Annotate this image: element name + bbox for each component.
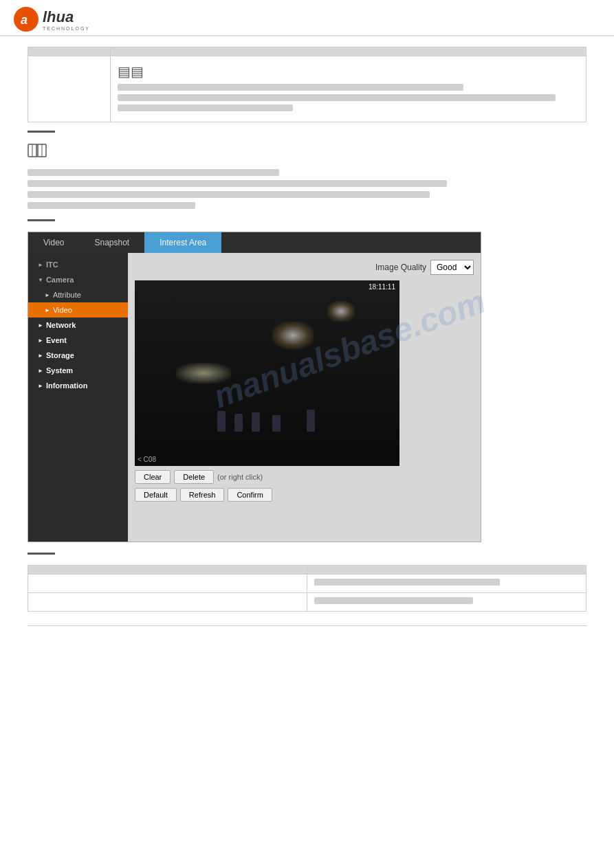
triangle-icon: ► <box>38 368 43 374</box>
table-row <box>28 575 586 593</box>
sidebar-item-label: Event <box>46 336 67 344</box>
bottom-table-col1-header <box>28 566 307 575</box>
triangle-icon: ► <box>38 383 43 389</box>
headlight-glow <box>176 363 231 383</box>
sidebar-item-label: Camera <box>46 276 74 284</box>
clear-button[interactable]: Clear <box>135 470 171 484</box>
page-body: ▤▤ <box>0 36 614 639</box>
scene-light-2 <box>327 301 355 322</box>
tab-snapshot[interactable]: Snapshot <box>79 232 144 253</box>
scene-background <box>135 280 399 466</box>
tab-interest-area[interactable]: Interest Area <box>144 232 221 253</box>
button-row-2: Default Refresh Confirm <box>135 488 474 502</box>
delete-button[interactable]: Delete <box>174 470 214 484</box>
video-label: < C08 <box>138 456 156 463</box>
bottom-table-col2-header <box>307 566 586 575</box>
scene-person-4 <box>272 415 281 432</box>
tabs-bar: Video Snapshot Interest Area <box>28 232 481 253</box>
sidebar-item-label: ITC <box>46 260 58 269</box>
logo: a lhua TECHNOLOGY <box>14 7 90 32</box>
confirm-button[interactable]: Confirm <box>228 488 272 502</box>
table-cell-col1 <box>28 56 111 122</box>
or-right-click-text: (or right click) <box>217 473 263 481</box>
table-col1-header <box>28 47 111 56</box>
bottom-table-cell-col2-2 <box>307 593 586 612</box>
image-quality-row: Image Quality Good Better Best <box>135 260 474 275</box>
image-quality-label: Image Quality <box>375 263 426 272</box>
sidebar-item-information[interactable]: ► Information <box>28 378 128 393</box>
button-row-1: Clear Delete (or right click) <box>135 470 474 484</box>
image-quality-select[interactable]: Good Better Best <box>430 260 474 275</box>
triangle-icon: ▼ <box>38 277 43 283</box>
sidebar-item-system[interactable]: ► System <box>28 363 128 378</box>
sidebar: ► ITC ▼ Camera ► Attribute ► Video <box>28 253 128 542</box>
table-col2-header <box>111 47 586 56</box>
section-divider <box>28 131 55 133</box>
sidebar-item-storage[interactable]: ► Storage <box>28 348 128 363</box>
arrow-right-icon: ► <box>45 292 50 298</box>
bottom-table-cell-col2-1 <box>307 575 586 593</box>
ui-body: ► ITC ▼ Camera ► Attribute ► Video <box>28 253 481 542</box>
triangle-icon: ► <box>38 322 43 329</box>
svg-text:a: a <box>21 13 28 27</box>
sidebar-item-label: Storage <box>46 351 74 359</box>
video-timestamp: 18:11:11 <box>369 283 395 291</box>
text-line <box>118 94 556 101</box>
default-button[interactable]: Default <box>135 488 177 502</box>
logo-name: lhua <box>43 8 74 25</box>
triangle-icon: ► <box>38 262 43 268</box>
table-row: ▤▤ <box>28 56 586 122</box>
text-line <box>118 84 463 91</box>
bottom-info-table <box>28 565 586 612</box>
table-row <box>28 593 586 612</box>
sidebar-item-label: Video <box>53 306 72 314</box>
scene-person-2 <box>234 414 243 432</box>
scene-light-1 <box>272 322 314 349</box>
text-line <box>28 191 430 198</box>
note-icon-lg <box>28 143 586 164</box>
sidebar-item-video[interactable]: ► Video <box>28 302 128 318</box>
video-preview: 18:11:11 < C08 <box>135 280 399 466</box>
scene-person-1 <box>217 411 226 432</box>
bottom-table-cell-col1-1 <box>28 575 307 593</box>
arrow-right-icon: ► <box>45 307 50 313</box>
text-line <box>314 579 500 586</box>
top-info-table: ▤▤ <box>28 47 586 122</box>
page-footer <box>28 625 586 629</box>
sidebar-item-label: Network <box>46 321 76 329</box>
bottom-table-cell-col1-2 <box>28 593 307 612</box>
triangle-icon: ► <box>38 353 43 359</box>
table-cell-col2: ▤▤ <box>111 56 586 122</box>
sidebar-item-event[interactable]: ► Event <box>28 333 128 348</box>
text-line <box>314 597 473 604</box>
sidebar-item-label: Information <box>46 381 88 390</box>
sidebar-item-network[interactable]: ► Network <box>28 318 128 333</box>
text-line <box>28 180 447 187</box>
section-divider-2 <box>28 219 55 221</box>
sidebar-item-label: Attribute <box>53 291 81 299</box>
note-section-top <box>28 143 586 209</box>
sidebar-item-itc[interactable]: ► ITC <box>28 257 128 272</box>
sidebar-item-label: System <box>46 366 73 375</box>
main-content-area: Image Quality Good Better Best <box>128 253 481 542</box>
sidebar-section-itc: ► ITC ▼ Camera ► Attribute ► Video <box>28 253 128 397</box>
note-icon: ▤▤ <box>118 63 579 80</box>
page-header: a lhua TECHNOLOGY <box>0 0 614 36</box>
logo-icon: a <box>14 7 39 32</box>
refresh-button[interactable]: Refresh <box>180 488 225 502</box>
scene-person-5 <box>307 410 315 432</box>
text-line <box>28 169 279 176</box>
text-line <box>28 202 195 209</box>
scene-person-3 <box>252 412 260 432</box>
section-divider-3 <box>28 553 55 555</box>
sidebar-item-camera[interactable]: ▼ Camera <box>28 272 128 287</box>
triangle-icon: ► <box>38 337 43 344</box>
text-line <box>118 104 293 111</box>
logo-sub: TECHNOLOGY <box>43 26 90 31</box>
ui-screenshot: Video Snapshot Interest Area ► ITC ▼ Cam… <box>28 232 481 542</box>
tab-video[interactable]: Video <box>28 232 79 253</box>
sidebar-item-attribute[interactable]: ► Attribute <box>28 287 128 302</box>
